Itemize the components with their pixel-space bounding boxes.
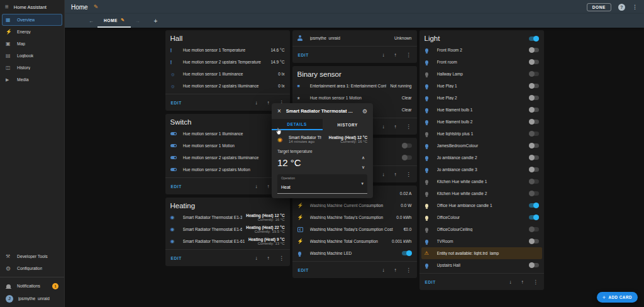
entity-toggle[interactable] — [529, 203, 539, 208]
entity-toggle[interactable] — [529, 239, 539, 243]
entity-row[interactable]: Washing Machine LED — [292, 247, 417, 259]
entity-row[interactable]: Entity not available: light.trd_lamp — [421, 247, 542, 259]
edit-button[interactable]: EDIT — [171, 256, 182, 260]
help-icon[interactable]: ? — [618, 4, 625, 11]
entity-row[interactable]: Washing Machine Today's Consumption Cost… — [292, 223, 417, 235]
entity-row[interactable]: Hue Play 1 — [419, 80, 544, 92]
entity-row[interactable]: jpsmythe_unraid Unknown — [292, 32, 417, 44]
entity-row[interactable]: Front room — [419, 56, 544, 68]
move-up-icon[interactable]: ↑ — [394, 267, 397, 273]
sidebar-item-notifications[interactable]: Notifications 1 — [2, 280, 62, 292]
entity-row[interactable]: Hue motion sensor 2 upstairs Illuminance — [165, 152, 290, 164]
entity-row[interactable]: OfficeColour — [419, 211, 544, 223]
edit-button[interactable]: EDIT — [425, 280, 436, 284]
climate-row[interactable]: Smart Radiator Thermostat E1-34F4 Heatin… — [165, 211, 290, 223]
move-down-icon[interactable]: ↓ — [382, 52, 385, 58]
move-down-icon[interactable]: ↓ — [382, 267, 385, 273]
entity-row[interactable]: Washing Machine Today's Consumption 0.0 … — [292, 211, 417, 223]
more-options-icon[interactable]: ⋮ — [279, 255, 284, 261]
entity-toggle[interactable] — [529, 227, 539, 232]
entity-toggle[interactable] — [529, 72, 539, 76]
entity-row[interactable]: Washing Machine Total Consumption 0.001 … — [292, 235, 417, 247]
sidebar-item[interactable]: Logbook — [2, 50, 62, 62]
sidebar-item[interactable]: Map — [2, 38, 62, 50]
sidebar-item[interactable]: Energy — [2, 26, 62, 38]
move-up-icon[interactable]: ↑ — [267, 255, 270, 261]
entity-row[interactable]: Entertainment area 1: Entertainment Conf… — [292, 80, 417, 92]
move-down-icon[interactable]: ↓ — [255, 184, 258, 189]
edit-button[interactable]: EDIT — [298, 268, 309, 272]
move-up-icon[interactable]: ↑ — [394, 52, 397, 58]
sidebar-item[interactable]: Developer Tools — [2, 250, 62, 262]
temp-increase-icon[interactable]: ∧ — [362, 155, 365, 160]
add-card-button[interactable]: + ADD CARD — [597, 292, 638, 303]
entity-row[interactable]: Hue filament bulb 2 — [419, 116, 544, 128]
entity-toggle[interactable] — [529, 84, 539, 88]
edit-button[interactable]: EDIT — [171, 101, 182, 105]
add-view-icon[interactable]: + — [153, 18, 157, 25]
entity-toggle[interactable] — [529, 96, 539, 100]
entity-toggle[interactable] — [529, 167, 539, 172]
light-master-toggle[interactable] — [529, 36, 539, 41]
entity-row[interactable]: TVRoom — [419, 235, 544, 247]
entity-toggle[interactable] — [529, 120, 539, 124]
entity-toggle[interactable] — [529, 179, 539, 184]
entity-row[interactable]: Hue motion sensor 2 upstairs Temperature… — [165, 56, 290, 68]
entity-row[interactable]: Jo ambiance candle 3 — [419, 164, 544, 176]
move-down-icon[interactable]: ↓ — [255, 100, 258, 106]
move-up-icon[interactable]: ↑ — [394, 124, 397, 130]
move-down-icon[interactable]: ↓ — [255, 255, 258, 261]
entity-toggle[interactable] — [402, 143, 412, 148]
tab-move-left-icon[interactable]: ← — [85, 18, 97, 24]
entity-row[interactable]: Hue motion sensor 2 upstairs Illuminance… — [165, 80, 290, 92]
move-down-icon[interactable]: ↓ — [382, 172, 385, 177]
sidebar-item[interactable]: Overview — [2, 14, 62, 26]
entity-toggle[interactable] — [529, 143, 539, 148]
climate-row[interactable]: Smart Radiator Thermostat E1-6168 Heatin… — [165, 235, 290, 247]
entity-row[interactable]: Hue motion sensor 1 Motion Clear — [292, 92, 417, 104]
move-up-icon[interactable]: ↑ — [267, 100, 270, 106]
entity-row[interactable]: Office Hue ambiance candle 1 — [419, 199, 544, 211]
entity-row[interactable]: Hue motion sensor 1 Illuminance — [165, 128, 290, 140]
entity-toggle[interactable] — [529, 60, 539, 64]
entity-row[interactable]: Hue motion sensor 2 upstairs Motion — [165, 164, 290, 176]
entity-row[interactable]: OfficeColourCeiling — [419, 223, 544, 235]
menu-icon[interactable]: ≡ — [5, 4, 9, 10]
edit-title-icon[interactable]: ✎ — [94, 4, 99, 10]
sidebar-item[interactable]: Configuration — [2, 262, 62, 274]
temp-decrease-icon[interactable]: ∨ — [362, 165, 365, 170]
entity-settings-icon[interactable]: ⚙ — [362, 108, 367, 114]
entity-toggle[interactable] — [402, 155, 412, 160]
move-up-icon[interactable]: ↑ — [394, 172, 397, 177]
entity-row[interactable]: Front Room 2 — [419, 44, 544, 56]
move-up-icon[interactable]: ↑ — [521, 279, 524, 285]
move-down-icon[interactable]: ↓ — [509, 279, 512, 285]
entity-row[interactable]: JamesBedroomColour — [419, 140, 544, 152]
sidebar-item-profile[interactable]: J jpsmythe_unraid — [2, 292, 62, 305]
entity-row[interactable]: Washing Machine Current Consumption 0.0 … — [292, 199, 417, 211]
edit-tab-icon[interactable]: ✎ — [121, 18, 125, 23]
more-options-icon[interactable]: ⋮ — [533, 279, 538, 285]
entity-row[interactable]: Hue filament bulb 1 — [419, 104, 544, 116]
entity-row[interactable]: Hue motion sensor 1 Illuminance 0 lx — [165, 68, 290, 80]
tab-history[interactable]: HISTORY — [323, 119, 374, 130]
operation-select[interactable]: Operation Heat ▾ — [277, 174, 367, 194]
more-options-icon[interactable]: ⋮ — [406, 172, 411, 177]
more-options-icon[interactable]: ⋮ — [406, 267, 411, 273]
close-icon[interactable]: × — [277, 108, 281, 114]
climate-row[interactable]: Smart Radiator Thermostat E1-604D Heatin… — [165, 223, 290, 235]
tab-home[interactable]: HOME ✎ — [97, 14, 131, 28]
entity-row[interactable]: Hue motion sensor 1 Motion — [165, 140, 290, 152]
move-up-icon[interactable]: ↑ — [267, 184, 270, 189]
move-down-icon[interactable]: ↓ — [382, 124, 385, 130]
sidebar-item[interactable]: History — [2, 62, 62, 74]
more-options-icon[interactable]: ⋮ — [406, 52, 411, 58]
entity-row[interactable]: Hallway Lamp — [419, 68, 544, 80]
edit-button[interactable]: EDIT — [298, 53, 309, 57]
more-options-icon[interactable]: ⋮ — [406, 124, 411, 130]
entity-toggle[interactable] — [529, 155, 539, 160]
entity-row[interactable]: Upstairs Hall — [419, 259, 544, 271]
entity-row[interactable]: Kitchen Hue white candle 1 — [419, 176, 544, 187]
sidebar-item[interactable]: Media — [2, 74, 62, 86]
tab-move-right-icon[interactable]: → — [131, 18, 143, 24]
